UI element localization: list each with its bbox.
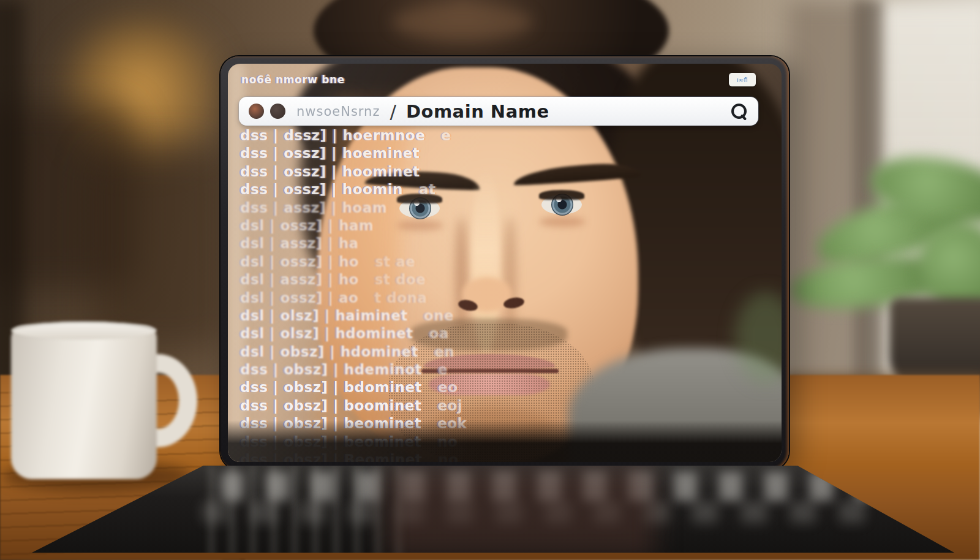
coffee-mug <box>11 326 157 479</box>
scene: no6ê nmorw bne ı≈ﬁ nwsoeNsrnz / Domain N… <box>0 0 980 560</box>
screen-glass-reflection <box>228 64 782 462</box>
coffee-mug-rim <box>11 321 157 339</box>
background-shelf <box>92 147 227 349</box>
person-reflection <box>386 466 655 558</box>
laptop: no6ê nmorw bne ı≈ﬁ nwsoeNsrnz / Domain N… <box>221 56 789 469</box>
person-hair-highlight <box>392 4 533 40</box>
laptop-screen: no6ê nmorw bne ı≈ﬁ nwsoeNsrnz / Domain N… <box>228 64 782 462</box>
